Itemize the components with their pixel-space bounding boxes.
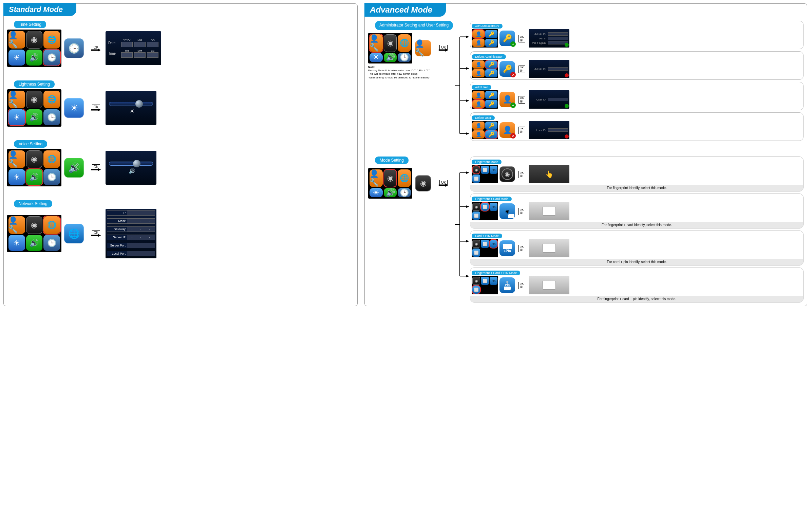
fp-mode-icon[interactable]: ◉ [472,166,480,174]
add-admin-icon[interactable]: 👤 [472,30,485,38]
key-icon[interactable]: 🔑 [485,39,497,47]
user-settings-icon[interactable]: 👤🔧 [370,34,383,52]
fingerprint-icon[interactable]: ◉ [26,150,43,168]
fingerprint-icon[interactable]: ◉ [384,169,397,187]
confirm-icon[interactable] [565,43,569,47]
fingerprint-icon[interactable]: ◉ [26,216,43,234]
user-settings-icon[interactable]: 👤🔧 [8,31,25,49]
user-id-field[interactable] [548,98,568,101]
main-menu-net[interactable]: 👤🔧 ◉ 🌐 ☀ 🔊 🕒 [7,215,61,252]
min-field[interactable] [134,52,146,58]
fingerprint-icon[interactable]: ◉ [384,34,397,52]
voice-icon[interactable]: 🔊 [26,235,43,251]
admin-submenu[interactable]: 👤 🔑 👤 🔑 [472,121,498,139]
voice-screen[interactable]: 🔊 [106,151,156,185]
voice-icon[interactable]: 🔊 [384,53,397,62]
fp-mode-icon[interactable]: ◉ [472,240,480,248]
serverport-field[interactable] [127,243,155,248]
brightness-icon[interactable]: ☀ [370,53,383,62]
fp-card-icon[interactable]: ⬜ [472,175,480,183]
brightness-icon[interactable]: ☀ [8,50,25,66]
admin-submenu[interactable]: 👤 🔑 👤 🔑 [472,29,498,48]
main-menu-light[interactable]: 👤🔧 ◉ 🌐 ☀ 🔊 🕒 [7,89,61,127]
voice-icon[interactable]: 🔊 [384,188,397,197]
serverip-field[interactable]: ··· [127,235,155,240]
fingerprint-icon[interactable]: ◉ [26,31,43,49]
main-menu-admin[interactable]: 👤🔧 ◉ 🌐 ☀ 🔊 🕒 [368,33,412,63]
delete-icon[interactable] [565,134,569,139]
fp-card-icon[interactable]: ⬜ [472,249,480,257]
add-admin-screen[interactable]: Admin ID: Pin #: Pin # again: [529,29,569,48]
ss-field[interactable] [147,52,158,58]
user-icon[interactable]: 👤 [472,69,485,77]
mode-submenu[interactable]: ◉ ⬜ Pin ⬜ [472,239,498,257]
key-icon[interactable]: 🔑 [485,100,497,108]
key-del-icon[interactable]: 🔑 [485,60,497,69]
network-icon[interactable]: 🌐 [43,216,60,234]
admin-id-field[interactable] [548,67,568,71]
key-icon[interactable]: 🔑 [485,30,497,38]
confirm-icon[interactable] [565,104,569,108]
main-menu-mode[interactable]: 👤🔧 ◉ 🌐 ☀ 🔊 🕒 [368,168,412,199]
fp-card-pin-mode-icon[interactable]: ⬜ [472,286,480,294]
yyyy-field[interactable] [121,42,133,47]
admin-submenu[interactable]: 👤 🔑 👤 🔑 [472,60,498,78]
del-admin-screen[interactable]: Admin ID: [529,60,569,78]
network-icon[interactable]: 🌐 [398,169,411,187]
voice-slider[interactable] [109,162,153,166]
brightness-icon[interactable]: ☀ [8,109,25,125]
mm-field[interactable] [134,42,146,47]
fp-mode-icon[interactable]: ◉ [472,277,480,285]
card-icon[interactable]: ⬜ [481,240,489,248]
clock-icon[interactable]: 🕒 [398,188,411,197]
fp-card-mode-icon[interactable]: ⬜ [481,203,489,211]
user-settings-icon[interactable]: 👤🔧 [8,150,25,168]
delete-icon[interactable] [565,73,569,77]
pin-icon[interactable]: Pin [490,277,497,285]
brightness-icon[interactable]: ☀ [8,235,25,251]
user-icon[interactable]: 👤 [472,39,485,47]
brightness-icon[interactable]: ☀ [370,188,383,197]
del-user-menu-icon[interactable]: 🔑 [485,130,497,139]
add-user-screen[interactable]: User ID: [529,90,569,109]
admin-submenu[interactable]: 👤 🔑 👤 🔑 [472,90,498,109]
main-menu-time[interactable]: 👤🔧 ◉ 🌐 ☀ 🔊 🕒 [7,30,61,67]
del-user-screen[interactable]: User ID: [529,121,569,139]
hh-field[interactable] [121,52,133,58]
card-icon[interactable]: ⬜ [481,166,489,174]
card-pin-mode-icon[interactable]: Pin [490,240,497,248]
network-icon[interactable]: 🌐 [43,150,60,168]
dd-field[interactable] [147,42,158,47]
pin-field[interactable] [548,37,568,40]
mode-submenu[interactable]: ◉ ⬜ Pin ⬜ [472,276,498,294]
network-screen[interactable]: IP··· Mask··· Gateway··· Server IP··· Se… [106,209,156,258]
brightness-screen[interactable]: ☀ [106,91,156,125]
mask-field[interactable]: ··· [127,219,155,223]
card-icon[interactable]: ⬜ [481,277,489,285]
ip-field[interactable]: ··· [127,210,155,215]
mode-submenu[interactable]: ◉ ⬜ Pin ⬜ [472,165,498,183]
mode-submenu[interactable]: ◉ ⬜ Pin ⬜ [472,202,498,220]
time-setting-screen[interactable]: Date YYYY MM DD Time HH MM SS [106,31,161,65]
voice-icon[interactable]: 🔊 [26,50,43,66]
clock-icon[interactable]: 🕒 [43,169,60,185]
user-settings-icon[interactable]: 👤🔧 [8,216,25,234]
network-icon[interactable]: 🌐 [43,91,60,108]
pin-icon[interactable]: Pin [490,166,497,174]
brightness-icon[interactable]: ☀ [8,169,25,185]
localport-field[interactable] [127,251,155,256]
add-admin-icon[interactable]: 👤 [472,122,485,130]
clock-icon[interactable]: 🕒 [43,50,60,66]
fp-mode-icon[interactable]: ◉ [472,203,480,211]
brightness-slider[interactable] [109,102,153,106]
user-settings-icon[interactable]: 👤🔧 [8,91,25,108]
key-icon[interactable]: 🔑 [485,91,497,99]
add-user-icon[interactable]: 👤 [472,100,485,108]
add-admin-icon[interactable]: 👤 [472,91,485,99]
add-admin-icon[interactable]: 👤 [472,60,485,69]
pin-icon[interactable]: Pin [490,203,497,211]
card-icon[interactable]: ⬜ [472,212,480,220]
main-menu-voice[interactable]: 👤🔧 ◉ 🌐 ☀ 🔊 🕒 [7,149,61,186]
voice-icon[interactable]: 🔊 [26,169,43,185]
network-icon[interactable]: 🌐 [398,34,411,52]
